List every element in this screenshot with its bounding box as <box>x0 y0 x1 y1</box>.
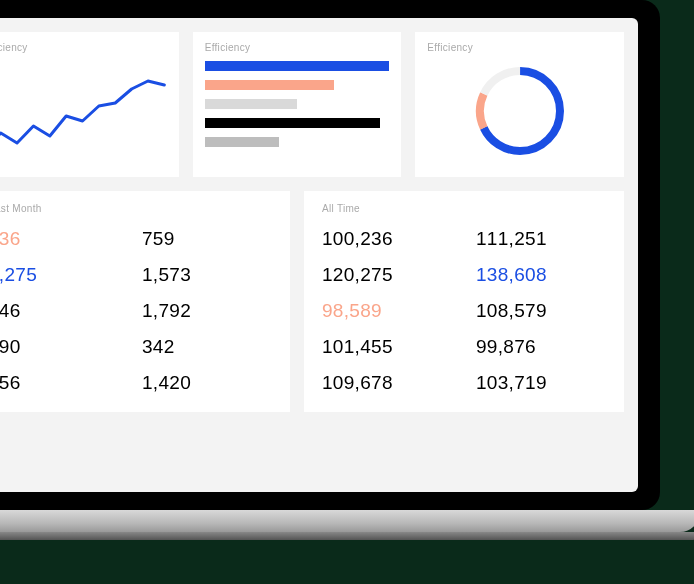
bar-segment <box>205 118 380 128</box>
panel-title: All Time <box>322 203 606 214</box>
metric-value: 99,876 <box>476 336 606 358</box>
card-title: Efficiency <box>0 42 167 53</box>
dashboard-screen: Efficiency Efficiency Efficiency Past Mo… <box>0 18 638 492</box>
metric-value: 98,589 <box>322 300 452 322</box>
metric-value: 120,275 <box>322 264 452 286</box>
efficiency-bars-card: Efficiency <box>193 32 402 177</box>
bar-segment <box>205 137 279 147</box>
bar-segment <box>205 80 334 90</box>
bar-segment <box>205 61 390 71</box>
line-chart-icon <box>0 61 167 161</box>
metric-value: 1,573 <box>142 264 272 286</box>
top-row: Efficiency Efficiency Efficiency <box>0 18 638 177</box>
efficiency-donut-card: Efficiency <box>415 32 624 177</box>
donut-segment <box>470 61 570 161</box>
metric-value: 290 <box>0 336 118 358</box>
card-title: Efficiency <box>427 42 612 53</box>
metric-value: 2,275 <box>0 264 118 286</box>
past-month-panel: Past Month 2367592,2751,5735461,79229034… <box>0 191 290 412</box>
metric-value: 138,608 <box>476 264 606 286</box>
metric-value: 111,251 <box>476 228 606 250</box>
efficiency-line-card: Efficiency <box>0 32 179 177</box>
metric-value: 1,420 <box>142 372 272 394</box>
metric-value: 103,719 <box>476 372 606 394</box>
laptop-base <box>0 510 694 532</box>
bar-segment <box>205 99 297 109</box>
metric-value: 109,678 <box>322 372 452 394</box>
metric-value: 546 <box>0 300 118 322</box>
metric-value: 101,455 <box>322 336 452 358</box>
bar-chart <box>205 61 390 147</box>
metric-value: 342 <box>142 336 272 358</box>
laptop-frame: Efficiency Efficiency Efficiency Past Mo… <box>0 0 660 510</box>
bottom-row: Past Month 2367592,2751,5735461,79229034… <box>0 177 638 412</box>
all-time-panel: All Time 100,236111,251120,275138,60898,… <box>304 191 624 412</box>
donut-chart-icon <box>470 61 570 161</box>
metric-value: 759 <box>142 228 272 250</box>
metric-value: 236 <box>0 228 118 250</box>
metric-value: 100,236 <box>322 228 452 250</box>
card-title: Efficiency <box>205 42 390 53</box>
panel-title: Past Month <box>0 203 272 214</box>
donut-segment <box>470 61 570 161</box>
metric-value: 456 <box>0 372 118 394</box>
metrics-grid: 100,236111,251120,275138,60898,589108,57… <box>322 228 606 394</box>
metric-value: 1,792 <box>142 300 272 322</box>
metric-value: 108,579 <box>476 300 606 322</box>
metrics-grid: 2367592,2751,5735461,7922903424561,420 <box>0 228 272 394</box>
